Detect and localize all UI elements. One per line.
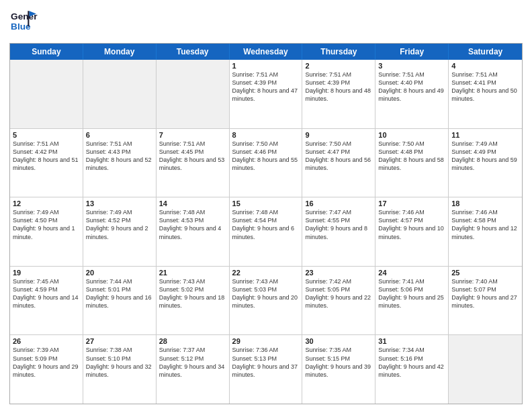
- day-number: 6: [86, 131, 153, 139]
- day-number: 15: [232, 199, 300, 208]
- day-number: 12: [13, 199, 80, 208]
- cell-info: Sunrise: 7:40 AM Sunset: 5:07 PM Dayligh…: [451, 277, 519, 310]
- calendar-cell: 31Sunrise: 7:34 AM Sunset: 5:16 PM Dayli…: [375, 335, 449, 404]
- day-number: 23: [305, 269, 372, 277]
- day-number: 19: [13, 269, 80, 277]
- day-number: 10: [378, 131, 445, 139]
- cell-info: Sunrise: 7:42 AM Sunset: 5:05 PM Dayligh…: [305, 277, 372, 310]
- calendar-cell: 12Sunrise: 7:49 AM Sunset: 4:50 PM Dayli…: [10, 197, 83, 266]
- cell-info: Sunrise: 7:35 AM Sunset: 5:15 PM Dayligh…: [305, 346, 372, 379]
- calendar-cell: 3Sunrise: 7:51 AM Sunset: 4:40 PM Daylig…: [375, 60, 449, 128]
- day-number: 20: [86, 269, 153, 277]
- weekday-header: Tuesday: [157, 44, 230, 60]
- weekday-header: Friday: [375, 44, 449, 60]
- cell-info: Sunrise: 7:50 AM Sunset: 4:47 PM Dayligh…: [305, 140, 372, 173]
- calendar-header: SundayMondayTuesdayWednesdayThursdayFrid…: [10, 44, 522, 60]
- calendar-cell: 4Sunrise: 7:51 AM Sunset: 4:41 PM Daylig…: [449, 60, 522, 128]
- calendar-cell: 20Sunrise: 7:44 AM Sunset: 5:01 PM Dayli…: [83, 267, 157, 335]
- cell-info: Sunrise: 7:36 AM Sunset: 5:13 PM Dayligh…: [232, 346, 300, 379]
- logo: General Blue: [9, 7, 38, 38]
- day-number: 21: [159, 269, 226, 277]
- calendar-cell: 2Sunrise: 7:51 AM Sunset: 4:39 PM Daylig…: [302, 60, 375, 128]
- cell-info: Sunrise: 7:50 AM Sunset: 4:48 PM Dayligh…: [378, 140, 445, 173]
- day-number: 27: [86, 337, 153, 345]
- cell-info: Sunrise: 7:46 AM Sunset: 4:57 PM Dayligh…: [378, 208, 445, 241]
- calendar-cell: 25Sunrise: 7:40 AM Sunset: 5:07 PM Dayli…: [449, 267, 522, 335]
- calendar-cell: 29Sunrise: 7:36 AM Sunset: 5:13 PM Dayli…: [230, 335, 303, 404]
- weekday-header: Sunday: [10, 44, 83, 60]
- cell-info: Sunrise: 7:37 AM Sunset: 5:12 PM Dayligh…: [159, 346, 226, 379]
- cell-info: Sunrise: 7:51 AM Sunset: 4:40 PM Dayligh…: [378, 71, 445, 103]
- cell-info: Sunrise: 7:51 AM Sunset: 4:39 PM Dayligh…: [232, 71, 300, 103]
- weekday-header: Thursday: [302, 44, 375, 60]
- day-number: 5: [13, 131, 80, 139]
- calendar-cell: 1Sunrise: 7:51 AM Sunset: 4:39 PM Daylig…: [230, 60, 303, 128]
- cell-info: Sunrise: 7:51 AM Sunset: 4:43 PM Dayligh…: [86, 140, 153, 173]
- calendar-cell: 10Sunrise: 7:50 AM Sunset: 4:48 PM Dayli…: [375, 129, 449, 197]
- day-number: 17: [378, 199, 445, 208]
- cell-info: Sunrise: 7:45 AM Sunset: 4:59 PM Dayligh…: [13, 277, 80, 310]
- page: General Blue SundayMondayTuesdayWednesda…: [0, 0, 532, 411]
- weekday-header: Wednesday: [230, 44, 303, 60]
- calendar-row: 26Sunrise: 7:39 AM Sunset: 5:09 PM Dayli…: [10, 335, 522, 404]
- calendar-cell: [83, 60, 157, 128]
- cell-info: Sunrise: 7:51 AM Sunset: 4:41 PM Dayligh…: [451, 71, 519, 103]
- calendar-cell: 19Sunrise: 7:45 AM Sunset: 4:59 PM Dayli…: [10, 267, 83, 335]
- calendar-row: 1Sunrise: 7:51 AM Sunset: 4:39 PM Daylig…: [10, 60, 522, 129]
- calendar-row: 19Sunrise: 7:45 AM Sunset: 4:59 PM Dayli…: [10, 267, 522, 336]
- calendar-cell: 18Sunrise: 7:46 AM Sunset: 4:58 PM Dayli…: [449, 197, 522, 266]
- day-number: 2: [305, 62, 372, 70]
- cell-info: Sunrise: 7:47 AM Sunset: 4:55 PM Dayligh…: [305, 208, 372, 241]
- calendar-cell: 17Sunrise: 7:46 AM Sunset: 4:57 PM Dayli…: [375, 197, 449, 266]
- cell-info: Sunrise: 7:38 AM Sunset: 5:10 PM Dayligh…: [86, 346, 153, 379]
- calendar-cell: 9Sunrise: 7:50 AM Sunset: 4:47 PM Daylig…: [302, 129, 375, 197]
- cell-info: Sunrise: 7:48 AM Sunset: 4:54 PM Dayligh…: [232, 208, 300, 241]
- cell-info: Sunrise: 7:50 AM Sunset: 4:46 PM Dayligh…: [232, 140, 300, 173]
- day-number: 8: [232, 131, 300, 139]
- calendar-cell: 8Sunrise: 7:50 AM Sunset: 4:46 PM Daylig…: [230, 129, 303, 197]
- calendar-cell: 5Sunrise: 7:51 AM Sunset: 4:42 PM Daylig…: [10, 129, 83, 197]
- cell-info: Sunrise: 7:46 AM Sunset: 4:58 PM Dayligh…: [451, 208, 519, 241]
- calendar-cell: 28Sunrise: 7:37 AM Sunset: 5:12 PM Dayli…: [157, 335, 230, 404]
- day-number: 11: [451, 131, 519, 139]
- calendar-cell: 27Sunrise: 7:38 AM Sunset: 5:10 PM Dayli…: [83, 335, 157, 404]
- day-number: 3: [378, 62, 445, 70]
- cell-info: Sunrise: 7:49 AM Sunset: 4:52 PM Dayligh…: [86, 208, 153, 241]
- day-number: 16: [305, 199, 372, 208]
- day-number: 7: [159, 131, 226, 139]
- day-number: 18: [451, 199, 519, 208]
- calendar-cell: 30Sunrise: 7:35 AM Sunset: 5:15 PM Dayli…: [302, 335, 375, 404]
- calendar-cell: 11Sunrise: 7:49 AM Sunset: 4:49 PM Dayli…: [449, 129, 522, 197]
- cell-info: Sunrise: 7:41 AM Sunset: 5:06 PM Dayligh…: [378, 277, 445, 310]
- cell-info: Sunrise: 7:49 AM Sunset: 4:49 PM Dayligh…: [451, 140, 519, 173]
- day-number: 1: [232, 62, 300, 70]
- cell-info: Sunrise: 7:39 AM Sunset: 5:09 PM Dayligh…: [13, 346, 80, 379]
- calendar-cell: [449, 335, 522, 404]
- calendar-row: 12Sunrise: 7:49 AM Sunset: 4:50 PM Dayli…: [10, 197, 522, 267]
- day-number: 22: [232, 269, 300, 277]
- svg-rect-3: [28, 11, 29, 26]
- cell-info: Sunrise: 7:51 AM Sunset: 4:42 PM Dayligh…: [13, 140, 80, 173]
- calendar-cell: 22Sunrise: 7:43 AM Sunset: 5:03 PM Dayli…: [230, 267, 303, 335]
- calendar-cell: 7Sunrise: 7:51 AM Sunset: 4:45 PM Daylig…: [157, 129, 230, 197]
- day-number: 24: [378, 269, 445, 277]
- cell-info: Sunrise: 7:34 AM Sunset: 5:16 PM Dayligh…: [378, 346, 445, 379]
- cell-info: Sunrise: 7:51 AM Sunset: 4:39 PM Dayligh…: [305, 71, 372, 103]
- day-number: 13: [86, 199, 153, 208]
- calendar-cell: 6Sunrise: 7:51 AM Sunset: 4:43 PM Daylig…: [83, 129, 157, 197]
- day-number: 31: [378, 337, 445, 345]
- day-number: 14: [159, 199, 226, 208]
- day-number: 30: [305, 337, 372, 345]
- calendar-cell: 14Sunrise: 7:48 AM Sunset: 4:53 PM Dayli…: [157, 197, 230, 266]
- calendar-cell: 15Sunrise: 7:48 AM Sunset: 4:54 PM Dayli…: [230, 197, 303, 266]
- day-number: 9: [305, 131, 372, 139]
- header: General Blue: [9, 7, 523, 38]
- day-number: 28: [159, 337, 226, 345]
- cell-info: Sunrise: 7:43 AM Sunset: 5:02 PM Dayligh…: [159, 277, 226, 310]
- day-number: 29: [232, 337, 300, 345]
- calendar-cell: 26Sunrise: 7:39 AM Sunset: 5:09 PM Dayli…: [10, 335, 83, 404]
- calendar-cell: 24Sunrise: 7:41 AM Sunset: 5:06 PM Dayli…: [375, 267, 449, 335]
- calendar-cell: [157, 60, 230, 128]
- calendar-cell: 23Sunrise: 7:42 AM Sunset: 5:05 PM Dayli…: [302, 267, 375, 335]
- day-number: 4: [451, 62, 519, 70]
